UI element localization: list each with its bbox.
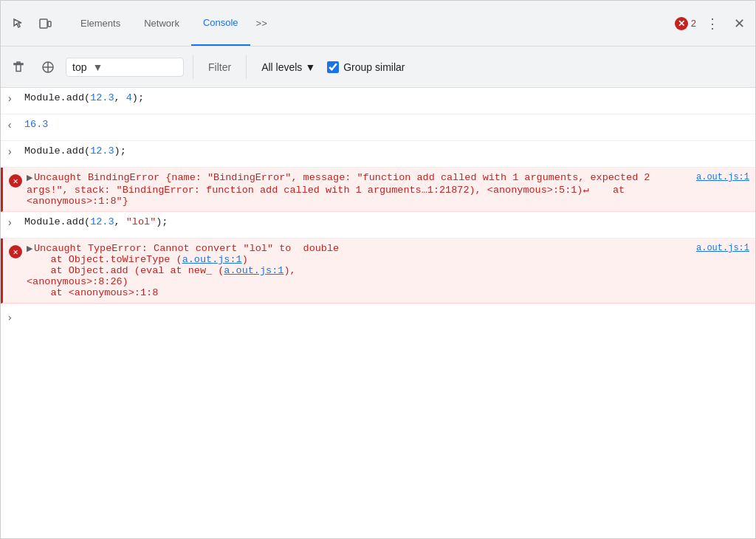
- row-main-3: Module.add(12.3);: [24, 145, 749, 157]
- row-text-4: ▶Uncaught BindingError {name: "BindingEr…: [27, 172, 690, 207]
- error-icon-6: ✕: [9, 243, 24, 258]
- console-clear-btn[interactable]: [7, 55, 30, 79]
- row-main-5: Module.add(12.3, "lol");: [24, 216, 749, 227]
- console-prompt-icon: ›: [7, 312, 13, 323]
- context-selector[interactable]: top ▼: [66, 58, 184, 77]
- row-content-1: Module.add(12.3, 4);: [24, 92, 749, 103]
- log-levels-btn[interactable]: All levels ▼: [255, 58, 321, 76]
- error-circle-6: ✕: [9, 245, 22, 258]
- group-similar-toggle[interactable]: Group similar: [327, 61, 405, 73]
- console-row-2: ‹ 16.3: [1, 114, 755, 141]
- devtools-close-btn[interactable]: ✕: [729, 13, 749, 34]
- group-similar-checkbox[interactable]: [327, 61, 339, 73]
- row-content-2: 16.3: [24, 119, 749, 130]
- context-chevron-icon: ▼: [92, 61, 103, 73]
- console-row-1: › Module.add(12.3, 4);: [1, 88, 755, 114]
- svg-rect-1: [48, 21, 51, 27]
- row-text-3: Module.add(12.3);: [24, 145, 749, 157]
- tab-elements[interactable]: Elements: [69, 1, 132, 46]
- console-output: › Module.add(12.3, 4); ‹ 16.3 › Module.a…: [1, 88, 755, 539]
- row-main-2: 16.3: [24, 119, 749, 130]
- error-icon-4: ✕: [9, 172, 24, 188]
- row-text-1: Module.add(12.3, 4);: [24, 92, 749, 103]
- row-text-6: ▶Uncaught TypeError: Cannot convert "lol…: [27, 243, 690, 298]
- toolbar-separator: [193, 55, 193, 79]
- filter-label: Filter: [202, 61, 237, 73]
- select-element-btn[interactable]: [7, 12, 30, 35]
- row-content-5: Module.add(12.3, "lol");: [24, 216, 749, 227]
- row-source-4[interactable]: a.out.js:1: [696, 172, 749, 182]
- error-count: 2: [691, 18, 696, 29]
- row-content-4: ▶Uncaught BindingError {name: "BindingEr…: [27, 172, 749, 207]
- devtools-icons: [7, 12, 57, 35]
- output-icon-2: ‹: [7, 119, 21, 131]
- expand-btn-4[interactable]: ▶: [27, 173, 32, 182]
- row-text-2: 16.3: [24, 119, 749, 130]
- console-row-4: ✕ ▶Uncaught BindingError {name: "Binding…: [1, 168, 755, 212]
- console-input-field[interactable]: [18, 312, 749, 323]
- toolbar-separator-2: [246, 55, 247, 79]
- svg-rect-0: [40, 19, 47, 28]
- devtools-more-btn[interactable]: ⋮: [702, 13, 723, 34]
- row-content-3: Module.add(12.3);: [24, 145, 749, 157]
- error-circle-icon: ✕: [675, 17, 688, 30]
- console-input-row: ›: [1, 303, 755, 330]
- tab-more[interactable]: >>: [250, 13, 273, 33]
- expand-btn-6[interactable]: ▶: [27, 244, 32, 253]
- row-main-1: Module.add(12.3, 4);: [24, 92, 749, 103]
- console-toolbar: top ▼ Filter All levels ▼ Group similar: [1, 47, 755, 88]
- row-main-4: ▶Uncaught BindingError {name: "BindingEr…: [27, 172, 749, 207]
- console-preserve-log-btn[interactable]: [36, 55, 60, 79]
- error-circle-4: ✕: [9, 174, 22, 188]
- row-main-6: ▶Uncaught TypeError: Cannot convert "lol…: [27, 243, 749, 298]
- input-icon-1: ›: [7, 92, 21, 105]
- context-value: top: [72, 61, 86, 73]
- link-towirettype[interactable]: a.out.js:1: [182, 254, 242, 265]
- row-content-6: ▶Uncaught TypeError: Cannot convert "lol…: [27, 243, 749, 298]
- row-text-5: Module.add(12.3, "lol");: [24, 216, 749, 227]
- error-badge: ✕ 2: [675, 17, 696, 30]
- group-similar-label: Group similar: [343, 61, 405, 73]
- console-row-3: › Module.add(12.3);: [1, 141, 755, 168]
- device-toggle-btn[interactable]: [33, 12, 57, 35]
- link-add[interactable]: a.out.js:1: [224, 265, 284, 276]
- console-row-5: › Module.add(12.3, "lol");: [1, 212, 755, 238]
- levels-label: All levels: [261, 61, 302, 73]
- tab-console[interactable]: Console: [191, 1, 250, 46]
- console-row-6: ✕ ▶Uncaught TypeError: Cannot convert "l…: [1, 238, 755, 303]
- tab-network[interactable]: Network: [132, 1, 191, 46]
- input-icon-3: ›: [7, 145, 21, 158]
- tab-bar: Elements Network Console >> ✕ 2 ⋮ ✕: [1, 1, 755, 47]
- row-source-6[interactable]: a.out.js:1: [696, 243, 749, 253]
- levels-chevron-icon: ▼: [305, 61, 315, 73]
- input-icon-5: ›: [7, 216, 21, 229]
- tab-right-controls: ✕ 2 ⋮ ✕: [675, 13, 749, 34]
